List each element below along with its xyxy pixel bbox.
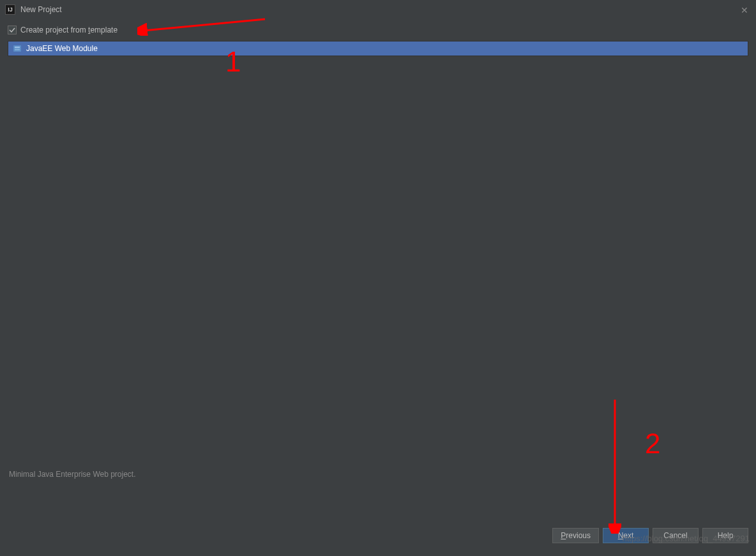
javaee-module-icon — [12, 43, 22, 54]
create-from-template-row: Create project from template — [8, 26, 748, 34]
svg-rect-2 — [15, 49, 20, 50]
template-list: JavaEE Web Module — [8, 41, 748, 56]
dialog-content: Create project from template JavaEE Web … — [0, 19, 756, 61]
checkbox-label-prefix: Create project from — [20, 26, 88, 34]
cancel-button-label: Cancel — [663, 531, 687, 540]
previous-button-underline: P — [561, 531, 566, 540]
template-item-javaee-web-module[interactable]: JavaEE Web Module — [8, 41, 748, 56]
template-description: Minimal Java Enterprise Web project. — [9, 470, 136, 479]
create-from-template-label: Create project from template — [20, 26, 117, 34]
close-icon[interactable]: ✕ — [741, 5, 748, 15]
svg-rect-1 — [15, 47, 20, 48]
annotation-arrow-2 — [609, 396, 621, 534]
cancel-button[interactable]: Cancel — [653, 528, 699, 543]
next-button[interactable]: Next — [603, 528, 649, 543]
next-button-rest: ext — [623, 531, 633, 540]
help-button[interactable]: Help — [702, 528, 748, 543]
app-icon-text: IJ — [8, 6, 13, 13]
button-bar: Previous Next Cancel Help — [552, 528, 748, 543]
previous-button-rest: revious — [566, 531, 591, 540]
create-from-template-checkbox[interactable] — [8, 26, 17, 34]
template-item-label: JavaEE Web Module — [26, 44, 98, 53]
checkbox-label-suffix: emplate — [90, 26, 117, 34]
annotation-label-2: 2 — [645, 428, 660, 460]
help-button-label: Help — [718, 531, 734, 540]
app-icon: IJ — [5, 4, 15, 15]
window-title: New Project — [20, 5, 62, 14]
next-button-underline: N — [618, 531, 624, 540]
title-bar: IJ New Project ✕ — [0, 0, 756, 19]
previous-button[interactable]: Previous — [552, 528, 599, 543]
